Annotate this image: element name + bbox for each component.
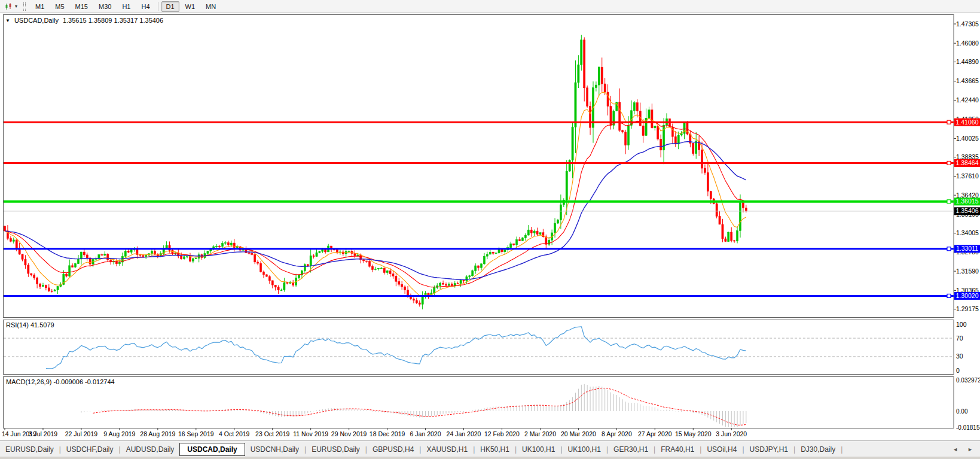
svg-text:3 Jul 2019: 3 Jul 2019 bbox=[29, 430, 58, 437]
timeframe-m1-button[interactable]: M1 bbox=[30, 1, 49, 12]
svg-text:3 Jun 2020: 3 Jun 2020 bbox=[716, 430, 747, 437]
svg-text:0.032972: 0.032972 bbox=[956, 377, 980, 384]
tab-dj30-daily[interactable]: DJ30,Daily bbox=[795, 443, 841, 455]
svg-text:1.30020: 1.30020 bbox=[956, 292, 979, 299]
chevron-down-icon: ▾ bbox=[15, 4, 17, 9]
date-axis: 14 Jun 20193 Jul 201922 Jul 20199 Aug 20… bbox=[2, 428, 747, 437]
price-line-anchor[interactable] bbox=[947, 294, 951, 297]
svg-text:30: 30 bbox=[956, 352, 963, 360]
svg-text:23 Oct 2019: 23 Oct 2019 bbox=[255, 430, 289, 437]
price-level-lines[interactable] bbox=[4, 120, 954, 297]
tab-gbpusd-h4[interactable]: GBPUSD,H4 bbox=[367, 443, 419, 455]
collapse-triangle-icon[interactable]: ▼ bbox=[5, 18, 10, 23]
svg-text:1.33011: 1.33011 bbox=[956, 245, 978, 252]
tab-usdjpy-h1[interactable]: USDJPY,H1 bbox=[744, 443, 793, 455]
tab-xauusd-h1[interactable]: XAUUSD,H1 bbox=[421, 443, 473, 455]
svg-text:1.46080: 1.46080 bbox=[956, 39, 979, 47]
chart-title: ▼ USDCAD,Daily 1.35615 1.35809 1.35317 1… bbox=[5, 17, 163, 24]
mt4-window: ▾ M1M5M15M30H1H4D1W1MN 1.473051.460801.4… bbox=[0, 0, 980, 459]
svg-text:-0.018154: -0.018154 bbox=[956, 424, 980, 431]
rsi-indicator-label: RSI(14) 41.5079 bbox=[6, 321, 54, 329]
tab-scroll-arrows: ◄ ► bbox=[952, 446, 973, 452]
tab-usoil-h4[interactable]: USOil,H4 bbox=[701, 443, 742, 455]
svg-text:1.41060: 1.41060 bbox=[956, 118, 979, 126]
svg-text:1.43665: 1.43665 bbox=[956, 77, 979, 84]
svg-text:24 Jan 2020: 24 Jan 2020 bbox=[447, 430, 481, 437]
tab-separator: | bbox=[841, 445, 842, 454]
window-bottom-strip bbox=[0, 457, 980, 459]
price-line-anchor[interactable] bbox=[947, 161, 951, 165]
candlesticks bbox=[4, 35, 747, 309]
chart-tabbar: EURUSD,Daily|USDCHF,Daily|AUDUSD,DailyUS… bbox=[0, 440, 980, 457]
tab-usdcnh-daily[interactable]: USDCNH,Daily bbox=[245, 443, 304, 455]
pane-frames bbox=[4, 15, 954, 428]
chart-ohlc-values: 1.35615 1.35809 1.35317 1.35406 bbox=[63, 17, 163, 24]
tab-usdchf-daily[interactable]: USDCHF,Daily bbox=[61, 443, 119, 455]
tab-uk100-h1[interactable]: UK100,H1 bbox=[517, 443, 560, 455]
price-line-anchor[interactable] bbox=[947, 120, 951, 124]
timeframe-h1-button[interactable]: H1 bbox=[117, 1, 135, 12]
svg-text:1.36015: 1.36015 bbox=[956, 197, 979, 205]
svg-text:28 Aug 2019: 28 Aug 2019 bbox=[140, 430, 175, 437]
tab-scroll-right-icon[interactable]: ► bbox=[967, 446, 973, 452]
chart-tabs: EURUSD,Daily|USDCHF,Daily|AUDUSD,DailyUS… bbox=[0, 441, 842, 457]
tab-eurusd-daily[interactable]: EURUSD,Daily bbox=[0, 443, 59, 455]
chart-canvas[interactable]: 1.473051.460801.448901.436651.424401.412… bbox=[0, 0, 980, 459]
svg-text:15 May 2020: 15 May 2020 bbox=[675, 430, 712, 437]
svg-text:0: 0 bbox=[956, 367, 960, 374]
svg-text:1.42440: 1.42440 bbox=[956, 96, 979, 104]
svg-text:100: 100 bbox=[956, 321, 967, 328]
timeframe-m5-button[interactable]: M5 bbox=[50, 1, 69, 12]
svg-text:29 Nov 2019: 29 Nov 2019 bbox=[331, 430, 367, 437]
svg-text:22 Jul 2019: 22 Jul 2019 bbox=[65, 430, 97, 437]
tab-fra40-h1[interactable]: FRA40,H1 bbox=[655, 443, 700, 455]
price-line-anchor[interactable] bbox=[947, 247, 951, 251]
timeframe-m30-button[interactable]: M30 bbox=[94, 1, 116, 12]
svg-text:20 Mar 2020: 20 Mar 2020 bbox=[561, 430, 596, 437]
svg-text:1.47305: 1.47305 bbox=[956, 20, 979, 28]
macd-pane: 0.0329720.00-0.018154 bbox=[81, 377, 980, 430]
svg-text:6 Jan 2020: 6 Jan 2020 bbox=[410, 430, 441, 437]
timeframe-buttons: M1M5M15M30H1H4D1W1MN bbox=[30, 1, 221, 12]
toolbar-separator bbox=[158, 2, 158, 11]
timeframe-mn-button[interactable]: MN bbox=[201, 1, 221, 12]
tab-ger30-h1[interactable]: GER30,H1 bbox=[608, 443, 654, 455]
svg-text:16 Sep 2019: 16 Sep 2019 bbox=[178, 430, 214, 437]
svg-text:18 Dec 2019: 18 Dec 2019 bbox=[370, 430, 405, 437]
svg-text:1.34005: 1.34005 bbox=[956, 229, 979, 236]
timeframe-w1-button[interactable]: W1 bbox=[181, 1, 200, 12]
svg-text:1.29175: 1.29175 bbox=[956, 305, 979, 312]
timeframe-m15-button[interactable]: M15 bbox=[71, 1, 93, 12]
svg-text:0.00: 0.00 bbox=[956, 408, 968, 415]
tab-usdcad-daily[interactable]: USDCAD,Daily bbox=[179, 443, 245, 456]
macd-indicator-label: MACD(12,26,9) -0.009006 -0.012744 bbox=[6, 378, 115, 385]
tab-audusd-daily[interactable]: AUDUSD,Daily bbox=[121, 443, 180, 455]
svg-text:12 Feb 2020: 12 Feb 2020 bbox=[484, 430, 520, 437]
svg-text:70: 70 bbox=[956, 335, 963, 342]
svg-text:8 Apr 2020: 8 Apr 2020 bbox=[602, 430, 632, 437]
candlestick-chart-icon[interactable]: ▾ bbox=[2, 2, 19, 11]
rsi-level-lines bbox=[4, 338, 954, 357]
svg-text:1.44890: 1.44890 bbox=[956, 58, 979, 65]
tab-hk50-h1[interactable]: HK50,H1 bbox=[475, 443, 515, 455]
svg-text:1.38464: 1.38464 bbox=[956, 159, 979, 166]
svg-text:1.40025: 1.40025 bbox=[956, 135, 979, 142]
timeframe-h4-button[interactable]: H4 bbox=[136, 1, 154, 12]
timeframe-toolbar: ▾ M1M5M15M30H1H4D1W1MN bbox=[0, 0, 980, 13]
timeframe-d1-button[interactable]: D1 bbox=[161, 1, 179, 12]
svg-text:1.31590: 1.31590 bbox=[956, 268, 979, 275]
svg-text:1.37610: 1.37610 bbox=[956, 172, 979, 180]
svg-text:27 Apr 2020: 27 Apr 2020 bbox=[638, 430, 672, 437]
mini-candles-glyph bbox=[4, 2, 14, 11]
svg-text:9 Aug 2019: 9 Aug 2019 bbox=[103, 430, 135, 437]
chart-symbol-label: USDCAD,Daily bbox=[14, 17, 59, 24]
svg-text:11 Nov 2019: 11 Nov 2019 bbox=[293, 430, 328, 437]
svg-text:1.35406: 1.35406 bbox=[956, 207, 979, 214]
rsi-pane: 10070300 bbox=[46, 321, 967, 374]
tab-uk100-h1[interactable]: UK100,H1 bbox=[563, 443, 606, 455]
tab-eurusd-daily[interactable]: EURUSD,Daily bbox=[306, 443, 365, 455]
svg-text:4 Oct 2019: 4 Oct 2019 bbox=[219, 430, 250, 437]
toolbar-drag-handle[interactable] bbox=[23, 2, 26, 11]
price-line-anchor[interactable] bbox=[947, 200, 951, 203]
tab-scroll-left-icon[interactable]: ◄ bbox=[952, 446, 958, 452]
